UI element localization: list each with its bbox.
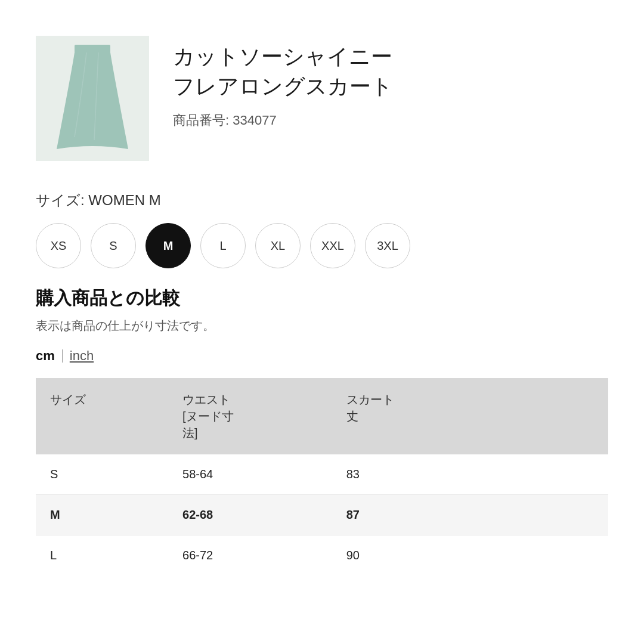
unit-cm[interactable]: cm — [36, 348, 55, 364]
size-btn-m[interactable]: M — [145, 223, 191, 268]
product-image — [36, 36, 149, 161]
table-cell-skirt-m: 87 — [332, 495, 489, 535]
table-header-waist: ウエスト[ヌード寸法] — [168, 378, 332, 454]
product-info: カットソーシャイニー フレアロングスカート 商品番号: 334077 — [173, 36, 393, 129]
comparison-subtitle: 表示は商品の仕上がり寸法です。 — [36, 318, 608, 334]
table-cell-size-s: S — [36, 454, 168, 495]
size-label: サイズ: WOMEN M — [36, 191, 608, 210]
table-cell-empty-s — [489, 454, 608, 495]
size-btn-xs[interactable]: XS — [36, 223, 81, 268]
table-cell-skirt-l: 90 — [332, 535, 489, 576]
table-header-empty — [489, 378, 608, 454]
table-row-l: L 66-72 90 — [36, 535, 608, 576]
comparison-title: 購入商品との比較 — [36, 286, 608, 311]
size-btn-l[interactable]: L — [200, 223, 246, 268]
product-header: カットソーシャイニー フレアロングスカート 商品番号: 334077 — [36, 36, 608, 161]
page-container: カットソーシャイニー フレアロングスカート 商品番号: 334077 サイズ: … — [0, 0, 644, 614]
table-row-m: M 62-68 87 — [36, 495, 608, 535]
unit-divider — [62, 349, 63, 363]
unit-inch[interactable]: inch — [70, 348, 94, 364]
table-cell-waist-m: 62-68 — [168, 495, 332, 535]
table-header-skirt: スカート丈 — [332, 378, 489, 454]
size-btn-xxl[interactable]: XXL — [310, 223, 355, 268]
table-row-s: S 58-64 83 — [36, 454, 608, 495]
table-cell-empty-l — [489, 535, 608, 576]
size-table: サイズ ウエスト[ヌード寸法] スカート丈 S 58-64 83 M 62-68… — [36, 378, 608, 575]
table-cell-size-m: M — [36, 495, 168, 535]
size-btn-s[interactable]: S — [91, 223, 136, 268]
comparison-section: 購入商品との比較 表示は商品の仕上がり寸法です。 cm inch サイズ ウエス… — [36, 286, 608, 575]
table-cell-skirt-s: 83 — [332, 454, 489, 495]
svg-rect-0 — [75, 45, 110, 53]
table-cell-waist-s: 58-64 — [168, 454, 332, 495]
table-header-row: サイズ ウエスト[ヌード寸法] スカート丈 — [36, 378, 608, 454]
table-cell-empty-m — [489, 495, 608, 535]
size-section: サイズ: WOMEN M XS S M L XL XXL 3XL — [36, 191, 608, 268]
table-header-size: サイズ — [36, 378, 168, 454]
size-btn-3xl[interactable]: 3XL — [365, 223, 410, 268]
table-cell-size-l: L — [36, 535, 168, 576]
size-btn-xl[interactable]: XL — [255, 223, 301, 268]
product-number: 商品番号: 334077 — [173, 112, 393, 129]
unit-toggle: cm inch — [36, 348, 608, 364]
size-buttons: XS S M L XL XXL 3XL — [36, 223, 608, 268]
table-cell-waist-l: 66-72 — [168, 535, 332, 576]
product-title: カットソーシャイニー フレアロングスカート — [173, 42, 393, 102]
